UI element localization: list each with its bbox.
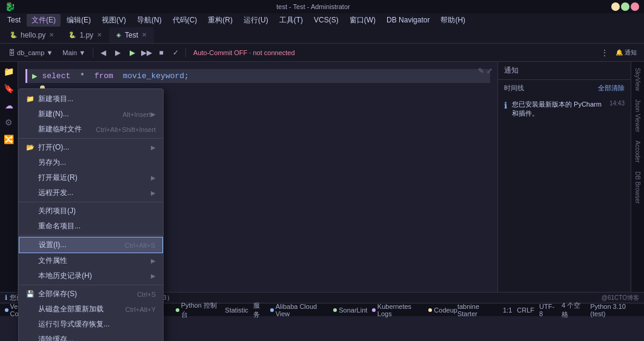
line-run-icon: ▶ (32, 71, 37, 81)
menu-remote-dev[interactable]: 远程开发... ▶ (19, 185, 163, 200)
sidebar-icon-bookmarks[interactable]: 🔖 (2, 81, 16, 96)
notif-time: 14:43 (609, 100, 625, 107)
new-shortcut: Alt+Insert (122, 111, 151, 118)
menu-new-scratch[interactable]: 新建临时文件 Ctrl+Alt+Shift+Insert (19, 122, 163, 137)
cache-label: 运行引导式缓存恢复... (38, 319, 156, 329)
toolbar-sep-1 (93, 48, 93, 58)
menu-db-nav[interactable]: DB Navigator (382, 15, 434, 25)
right-sidebar: SkyView Json Viewer Accoder DB Browser (631, 62, 644, 292)
toolbar: 🗄 db_camp ▼ Main ▼ ◀ ▶ ▶ ▶▶ ■ ✓ Auto-Com… (0, 44, 644, 62)
run-file-button[interactable]: ▶▶ (141, 47, 153, 59)
json-viewer-label[interactable]: Json Viewer (633, 96, 642, 136)
sidebar-icon-git[interactable]: 🔀 (2, 132, 16, 147)
menu-new[interactable]: 新建(N)... Alt+Insert ▶ (19, 107, 163, 122)
menu-help[interactable]: 帮助(H) (436, 14, 470, 27)
codeup-item[interactable]: Codeup (428, 306, 457, 314)
branch-selector[interactable]: Main ▼ (59, 48, 89, 58)
scratch-label: 新建临时文件 (38, 124, 91, 134)
services-item[interactable]: 服务 (253, 301, 265, 319)
maximize-button[interactable] (621, 2, 629, 11)
menu-recent[interactable]: 打开最近(R) ▶ (19, 170, 163, 185)
spaces-item[interactable]: 4 个空格 (562, 301, 585, 319)
encoding-item[interactable]: UTF-8 (539, 303, 557, 317)
minimize-button[interactable] (611, 2, 620, 11)
menu-view[interactable]: 视图(V) (97, 14, 131, 27)
python-version-item[interactable]: Python 3.10 (test) (590, 303, 639, 317)
position-item[interactable]: 1:1 (503, 306, 512, 314)
menu-open[interactable]: 📂 打开(O)... ▶ (19, 140, 163, 155)
menu-refactor[interactable]: 重构(R) (203, 14, 237, 27)
menu-project[interactable]: Test (2, 15, 25, 25)
sonarlint-item[interactable]: SonarLint (333, 306, 367, 314)
menu-settings[interactable]: 设置(I)... Ctrl+Alt+S (19, 237, 163, 253)
file-props-arrow: ▶ (151, 257, 156, 264)
new-arrow: ▶ (151, 111, 156, 118)
sql-star: * (75, 71, 89, 81)
expand-icon[interactable]: ⤢ (486, 67, 493, 75)
tab-hello-py[interactable]: 🐍 hello.py ✕ (2, 27, 61, 43)
close-button[interactable] (631, 2, 639, 11)
db-browser-label[interactable]: DB Browser (633, 168, 642, 207)
db-name: db_camp (17, 49, 44, 56)
edit-icon[interactable]: ✎ (478, 67, 484, 75)
run-button[interactable]: ▶ (126, 47, 138, 59)
save-icon: 💾 (26, 290, 36, 298)
menu-cache-restore[interactable]: 运行引导式缓存恢复... (19, 317, 163, 332)
menu-rename-project[interactable]: 重命名项目... (19, 219, 163, 234)
back-button[interactable]: ◀ (97, 47, 109, 59)
crlf-label: CRLF (517, 306, 534, 314)
open-icon: 📂 (26, 144, 36, 151)
menu-vcs[interactable]: VCS(S) (309, 15, 344, 25)
tab-test-close[interactable]: ✕ (142, 31, 147, 38)
k8s-logs-item[interactable]: Kubernetes Logs (372, 303, 423, 317)
menu-save-all[interactable]: 💾 全部保存(S) Ctrl+S (19, 286, 163, 302)
forward-button[interactable]: ▶ (111, 47, 124, 59)
sidebar-icon-k8s[interactable]: ⚙ (2, 115, 16, 130)
menu-save-as[interactable]: 另存为... (19, 155, 163, 170)
tab-1-close[interactable]: ✕ (97, 31, 102, 38)
tab-hello-close[interactable]: ✕ (49, 31, 54, 38)
sidebar-icon-cloud[interactable]: ☁ (2, 98, 16, 113)
statistic-item[interactable]: Statistic (225, 306, 248, 314)
auto-commit-status[interactable]: Auto-Commit OFF · not connected (190, 49, 299, 56)
tab-test[interactable]: ◈ Test ✕ (109, 27, 154, 43)
menu-close-project[interactable]: 关闭项目(J) (19, 204, 163, 219)
tabnine-item[interactable]: tabnine Starter (457, 303, 498, 317)
menu-new-project[interactable]: 📁 新建项目... (19, 91, 163, 107)
stop-button[interactable]: ■ (155, 47, 167, 59)
notif-item: ℹ 您已安装最新版本的 PyCharm 和插件。 14:43 (498, 95, 631, 124)
menu-file[interactable]: 文件(E) (27, 14, 61, 27)
menu-local-history[interactable]: 本地历史记录(H) ▶ (19, 268, 163, 283)
skyview-label[interactable]: SkyView (633, 64, 642, 94)
menu-file-props[interactable]: 文件属性 ▶ (19, 253, 163, 268)
notification-bell[interactable]: 🔔 通知 (613, 48, 639, 57)
menu-run[interactable]: 运行(U) (239, 14, 273, 27)
menu-navigate[interactable]: 导航(N) (132, 14, 167, 27)
more-button[interactable]: ⋮ (599, 47, 611, 59)
crlf-item[interactable]: CRLF (517, 306, 534, 314)
menu-tools[interactable]: 工具(T) (274, 14, 308, 27)
tab-test-label: Test (125, 31, 138, 39)
tab-1-py[interactable]: 🐍 1.py ✕ (61, 27, 109, 43)
accoder-label[interactable]: Accoder (633, 137, 642, 167)
alibaba-cloud-item[interactable]: Alibaba Cloud View (270, 303, 328, 317)
sql-from: from (95, 71, 113, 81)
tabs-bar: 🐍 hello.py ✕ 🐍 1.py ✕ ◈ Test ✕ (0, 27, 644, 44)
notif-clear-button[interactable]: 全部清除 (598, 84, 625, 93)
menu-edit[interactable]: 编辑(E) (62, 14, 96, 27)
menu-reload[interactable]: 从磁盘全部重新加载 Ctrl+Alt+Y (19, 302, 163, 317)
notif-dot-icon: ℹ (504, 101, 507, 110)
sql-select: select (42, 71, 70, 81)
k8s-label: Kubernetes Logs (377, 303, 423, 317)
python-console-item[interactable]: Python 控制台 (176, 301, 220, 319)
db-selector[interactable]: 🗄 db_camp ▼ (5, 48, 56, 58)
notifications-panel: 通知 时间线 全部清除 ℹ 您已安装最新版本的 PyCharm 和插件。 14:… (497, 62, 631, 292)
spaces-label: 4 个空格 (562, 301, 585, 319)
menu-clear-cache[interactable]: 清除缓存... (19, 332, 163, 341)
sidebar-icon-project[interactable]: 📁 (2, 64, 16, 79)
menu-window[interactable]: 窗口(W) (345, 14, 380, 27)
reload-shortcut: Ctrl+Alt+Y (125, 306, 156, 313)
commit-button[interactable]: ✓ (170, 47, 182, 59)
menu-code[interactable]: 代码(C) (168, 14, 202, 27)
app-logo: 🐉 (5, 2, 15, 12)
